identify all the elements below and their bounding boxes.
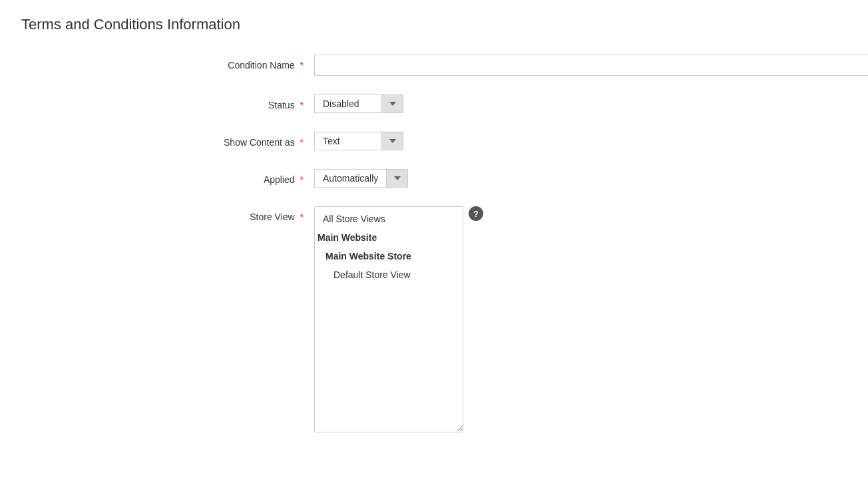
- condition-name-label-cell: Condition Name *: [21, 55, 314, 71]
- status-field-cell: Disabled: [314, 94, 847, 113]
- applied-select-display: Automatically: [315, 170, 386, 187]
- show-content-as-select-display: Text: [315, 132, 381, 150]
- applied-select-wrapper[interactable]: Automatically: [314, 169, 408, 188]
- applied-label: Applied: [264, 174, 295, 185]
- status-label: Status: [268, 100, 295, 110]
- show-content-as-select-wrapper[interactable]: Text: [314, 132, 403, 150]
- store-view-required: *: [300, 212, 304, 222]
- show-content-as-row: Show Content as * Text: [21, 132, 847, 150]
- status-label-cell: Status *: [21, 94, 314, 110]
- show-content-as-chevron-icon: [389, 139, 396, 143]
- store-view-option-main-website[interactable]: Main Website: [315, 228, 463, 247]
- applied-row: Applied * Automatically: [21, 169, 847, 188]
- store-view-row: Store View * All Store Views Main Websit…: [21, 206, 847, 432]
- status-select-wrapper[interactable]: Disabled: [314, 94, 403, 113]
- store-view-help-icon[interactable]: ?: [469, 206, 483, 221]
- store-view-label-cell: Store View *: [21, 206, 314, 222]
- condition-name-row: Condition Name *: [21, 55, 847, 76]
- condition-name-field-cell: [314, 55, 868, 76]
- status-chevron-icon: [389, 102, 396, 106]
- store-view-select[interactable]: All Store Views Main Website Main Websit…: [314, 206, 463, 432]
- condition-name-label: Condition Name: [228, 60, 294, 71]
- store-view-option-all[interactable]: All Store Views: [315, 210, 463, 228]
- store-view-label: Store View: [250, 212, 294, 222]
- applied-required: *: [300, 174, 304, 185]
- condition-name-required: *: [300, 60, 304, 71]
- show-content-as-label: Show Content as: [224, 137, 295, 148]
- store-view-option-default-store-view[interactable]: Default Store View: [315, 265, 463, 284]
- applied-field-cell: Automatically: [314, 169, 847, 188]
- condition-name-input[interactable]: [314, 55, 868, 76]
- store-view-option-main-website-store[interactable]: Main Website Store: [315, 247, 463, 265]
- show-content-as-field-cell: Text: [314, 132, 847, 150]
- store-view-container: All Store Views Main Website Main Websit…: [314, 206, 483, 432]
- show-content-as-label-cell: Show Content as *: [21, 132, 314, 148]
- show-content-as-required: *: [300, 137, 304, 148]
- status-select-button[interactable]: [381, 95, 403, 112]
- applied-select-button[interactable]: [386, 170, 407, 187]
- page-title: Terms and Conditions Information: [21, 16, 847, 33]
- show-content-as-select-button[interactable]: [381, 132, 403, 150]
- applied-chevron-icon: [394, 176, 401, 180]
- store-view-field-cell: All Store Views Main Website Main Websit…: [314, 206, 847, 432]
- applied-label-cell: Applied *: [21, 169, 314, 185]
- status-select-display: Disabled: [315, 95, 381, 112]
- form-container: Condition Name * Status * Disabled Show …: [21, 55, 847, 432]
- status-required: *: [300, 100, 304, 110]
- status-row: Status * Disabled: [21, 94, 847, 113]
